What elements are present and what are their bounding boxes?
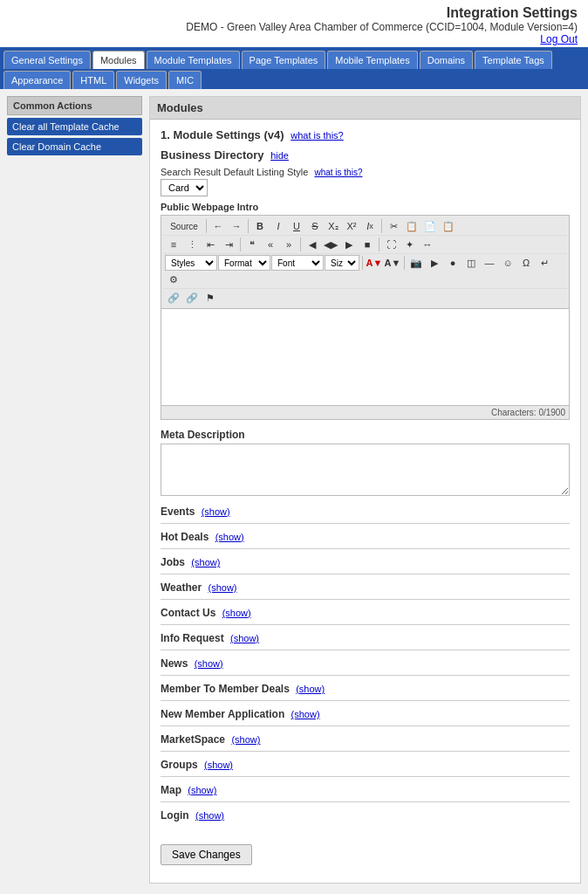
module-name: MarketSpace: [161, 733, 225, 746]
module-toggle[interactable]: (show): [191, 557, 220, 567]
nav-tab-appearance[interactable]: Appearance: [3, 71, 71, 89]
rte-undo-btn[interactable]: ←: [209, 218, 227, 234]
rte-creatediv2-btn[interactable]: »: [280, 237, 297, 252]
rte-showblocks-btn[interactable]: ↔: [419, 237, 436, 252]
logout-link[interactable]: Log Out: [540, 33, 578, 45]
module-toggle[interactable]: (show): [195, 810, 224, 821]
rte-superscript-btn[interactable]: X²: [343, 218, 360, 234]
rte-paste-btn[interactable]: 📄: [421, 218, 439, 234]
section-title: 1. Module Settings (v4) what is this?: [161, 128, 570, 141]
rte-sep-1: [206, 219, 207, 233]
nav-tabs: General SettingsModulesModule TemplatesP…: [0, 47, 588, 89]
rte-outdent-btn[interactable]: ⇤: [202, 237, 219, 252]
rte-removeformat-btn[interactable]: Ix: [361, 218, 379, 234]
module-name: Hot Deals: [161, 531, 209, 543]
rte-format-select[interactable]: Format: [218, 255, 270, 271]
module-toggle[interactable]: (show): [204, 760, 233, 770]
rte-creatediv-btn[interactable]: «: [262, 237, 279, 252]
clear-template-cache-btn[interactable]: Clear all Template Cache: [7, 118, 142, 135]
rte-flash-btn[interactable]: ▶: [426, 255, 443, 271]
module-toggle[interactable]: (show): [202, 506, 230, 517]
rte-form-btn[interactable]: ⚙: [165, 272, 182, 287]
nav-tab-mobile-templates[interactable]: Mobile Templates: [327, 51, 417, 69]
rte-maximize-btn[interactable]: ✦: [400, 237, 418, 252]
rte-numberedlist-btn[interactable]: ≡: [165, 237, 182, 252]
rte-blockquote-btn[interactable]: ❝: [243, 237, 261, 252]
module-item-hot-deals: Hot Deals (show): [161, 524, 570, 549]
module-item-member-to-member-deals: Member To Member Deals (show): [161, 676, 570, 701]
nav-tab-general-settings[interactable]: General Settings: [3, 51, 91, 69]
module-name: Map: [161, 784, 181, 796]
rte-row-1: Source ← → B I U S X₂ X² Ix ✂: [163, 217, 567, 236]
nav-tab-module-templates[interactable]: Module Templates: [147, 51, 240, 69]
module-toggle[interactable]: (show): [195, 658, 223, 669]
rte-justifyblock-btn[interactable]: ■: [359, 237, 376, 252]
module-item-new-member-application: New Member Application (show): [161, 701, 570, 726]
save-changes-btn[interactable]: Save Changes: [161, 844, 252, 865]
nav-tab-widgets[interactable]: Widgets: [116, 71, 167, 89]
rte-cut-btn[interactable]: ✂: [385, 218, 402, 234]
rte-indent-btn[interactable]: ⇥: [220, 237, 237, 252]
nav-tab-modules[interactable]: Modules: [92, 51, 145, 69]
listing-what-is-this[interactable]: what is this?: [314, 168, 362, 177]
rte-underline-btn[interactable]: U: [288, 218, 305, 234]
rte-bgcolor-btn[interactable]: A▼: [384, 255, 401, 271]
rte-textcolor-btn[interactable]: A▼: [366, 255, 383, 271]
module-name: Member To Member Deals: [161, 683, 290, 695]
rte-italic-btn[interactable]: I: [270, 218, 287, 234]
clear-domain-cache-btn[interactable]: Clear Domain Cache: [7, 138, 142, 155]
module-name: Login: [161, 809, 189, 822]
rte-font-select[interactable]: Font: [271, 255, 324, 271]
module-toggle[interactable]: (show): [291, 709, 320, 719]
rte-smiley-btn[interactable]: ●: [444, 255, 462, 271]
rte-styles-select[interactable]: Styles: [165, 255, 217, 271]
rte-strike-btn[interactable]: S: [306, 218, 324, 234]
rte-size-select[interactable]: Size: [325, 255, 359, 271]
rte-insertTable-btn[interactable]: ◫: [462, 255, 480, 271]
rte-link-btn[interactable]: 🔗: [165, 290, 182, 306]
module-toggle[interactable]: (show): [222, 608, 251, 618]
nav-tab-mic[interactable]: MIC: [168, 71, 202, 89]
hide-link[interactable]: hide: [270, 150, 289, 161]
rte-justifyright-btn[interactable]: ▶: [340, 237, 358, 252]
meta-desc-textarea[interactable]: [161, 444, 570, 496]
module-toggle[interactable]: (show): [296, 684, 325, 694]
nav-tab-domains[interactable]: Domains: [420, 51, 473, 69]
rte-subscript-btn[interactable]: X₂: [325, 218, 342, 234]
rte-bulletedlist-btn[interactable]: ⋮: [183, 237, 201, 252]
rte-justifyleft-btn[interactable]: ◀: [304, 237, 321, 252]
rte-justifycenter-btn[interactable]: ◀▶: [322, 237, 339, 252]
rte-omega-btn[interactable]: Ω: [517, 255, 535, 271]
main-layout: Common Actions Clear all Template Cache …: [0, 89, 588, 891]
listing-style-select[interactable]: Card List Grid: [161, 179, 208, 196]
rte-unlink-btn[interactable]: 🔗: [183, 290, 201, 306]
what-is-this-link[interactable]: what is this?: [291, 130, 344, 141]
rte-hrule-btn[interactable]: —: [481, 255, 498, 271]
rte-bold-btn[interactable]: B: [251, 218, 269, 234]
rte-redo-btn[interactable]: →: [228, 218, 245, 234]
module-toggle[interactable]: (show): [188, 785, 216, 795]
module-item-news: News (show): [161, 650, 570, 676]
module-name: Groups: [161, 759, 198, 771]
rte-list-btn[interactable]: ↵: [536, 255, 553, 271]
sidebar: Common Actions Clear all Template Cache …: [7, 96, 142, 884]
rte-anchor-btn[interactable]: ⚑: [202, 290, 219, 306]
rte-image-btn[interactable]: 📷: [407, 255, 425, 271]
nav-tab-html[interactable]: HTML: [72, 71, 114, 89]
rte-specialchar-btn[interactable]: ☺: [499, 255, 516, 271]
rte-row-2: ≡ ⋮ ⇤ ⇥ ❝ « » ◀ ◀▶ ▶ ■ ⛶: [163, 236, 567, 254]
main-heading: Modules: [150, 97, 580, 120]
module-toggle[interactable]: (show): [208, 582, 236, 593]
module-toggle[interactable]: (show): [215, 532, 244, 542]
module-toggle[interactable]: (show): [230, 633, 259, 643]
rte-copy-btn[interactable]: 📋: [403, 218, 420, 234]
nav-tab-template-tags[interactable]: Template Tags: [475, 51, 552, 69]
nav-tab-page-templates[interactable]: Page Templates: [242, 51, 326, 69]
module-toggle[interactable]: (show): [231, 734, 260, 745]
rte-table-btn[interactable]: ⛶: [382, 237, 400, 252]
rte-sep-8: [404, 256, 405, 270]
rte-body[interactable]: [161, 309, 569, 405]
rte-pastefromword-btn[interactable]: 📋: [440, 218, 457, 234]
rte-source-btn[interactable]: Source: [165, 218, 203, 234]
rich-text-editor: Source ← → B I U S X₂ X² Ix ✂: [161, 215, 570, 420]
